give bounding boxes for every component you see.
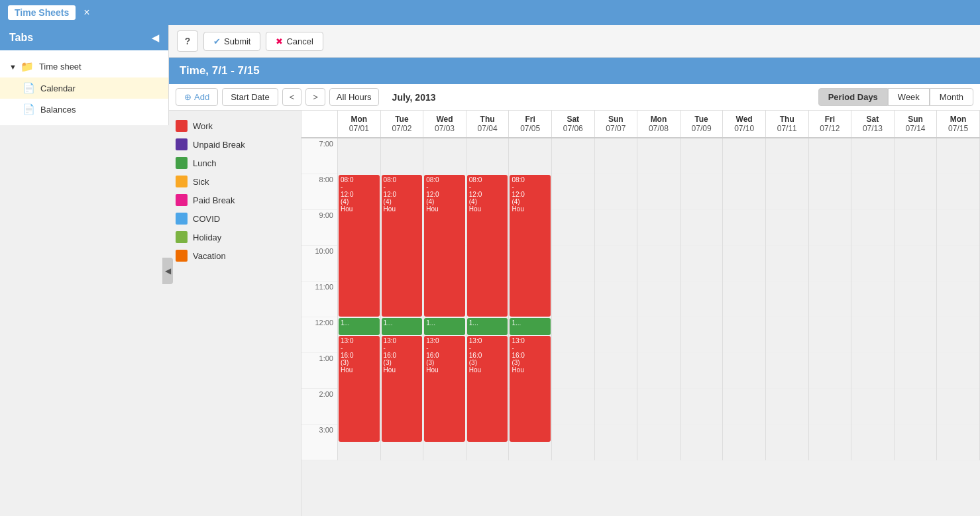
day-cell-9-6[interactable] — [723, 353, 765, 389]
day-cell-11-2[interactable] — [809, 210, 851, 246]
prev-button[interactable]: < — [282, 88, 302, 106]
day-cell-6-2[interactable] — [595, 210, 637, 246]
day-cell-8-2[interactable] — [681, 210, 723, 246]
day-cell-11-7[interactable] — [809, 389, 851, 425]
day-col-9[interactable] — [723, 138, 766, 460]
day-cell-12-4[interactable] — [851, 282, 894, 317]
day-cell-8-1[interactable] — [681, 174, 723, 210]
day-cell-13-1[interactable] — [895, 174, 937, 210]
event-afternoon-4[interactable]: 13:0-16:0(3)Hou — [510, 336, 551, 442]
day-cell-11-8[interactable] — [809, 425, 851, 460]
day-cell-3-0[interactable] — [466, 138, 509, 174]
day-cell-14-1[interactable] — [937, 174, 979, 210]
event-afternoon-2[interactable]: 13:0-16:0(3)Hou — [424, 336, 465, 442]
day-cell-10-3[interactable] — [766, 246, 808, 282]
day-cell-14-2[interactable] — [937, 210, 979, 246]
sidebar-section-timesheet[interactable]: ▼ 📁 Time sheet — [0, 56, 168, 77]
day-cell-10-8[interactable] — [766, 425, 808, 460]
day-cell-11-0[interactable] — [809, 138, 851, 174]
day-cell-6-1[interactable] — [595, 174, 637, 210]
day-col-5[interactable] — [552, 138, 595, 460]
day-cell-7-1[interactable] — [637, 174, 680, 210]
day-cell-6-8[interactable] — [595, 425, 637, 460]
add-button[interactable]: ⊕ Add — [176, 88, 218, 106]
event-afternoon-3[interactable]: 13:0-16:0(3)Hou — [467, 336, 508, 442]
day-cell-9-4[interactable] — [723, 282, 765, 317]
day-col-4[interactable]: 08:0-12:0(4)Hou1...13:0-16:0(3)Hou — [509, 138, 552, 460]
day-cell-7-6[interactable] — [637, 353, 680, 389]
day-col-6[interactable] — [595, 138, 638, 460]
day-cell-13-6[interactable] — [895, 353, 937, 389]
day-cell-6-0[interactable] — [595, 138, 637, 174]
event-afternoon-0[interactable]: 13:0-16:0(3)Hou — [339, 336, 380, 442]
day-cell-8-4[interactable] — [681, 282, 723, 317]
event-lunch-4[interactable]: 1... — [510, 318, 551, 335]
view-week[interactable]: Week — [888, 88, 930, 106]
day-cell-9-2[interactable] — [723, 210, 765, 246]
day-cell-11-6[interactable] — [809, 353, 851, 389]
day-cell-7-3[interactable] — [637, 246, 680, 282]
day-cell-11-1[interactable] — [809, 174, 851, 210]
day-col-12[interactable] — [851, 138, 895, 460]
day-cell-11-4[interactable] — [809, 282, 851, 317]
day-col-1[interactable]: 08:0-12:0(4)Hou1...13:0-16:0(3)Hou — [381, 138, 424, 460]
day-col-8[interactable] — [681, 138, 724, 460]
day-cell-10-4[interactable] — [766, 282, 808, 317]
day-cell-1-0[interactable] — [381, 138, 423, 174]
day-cell-9-1[interactable] — [723, 174, 765, 210]
day-col-7[interactable] — [637, 138, 681, 460]
day-cell-6-5[interactable] — [595, 317, 637, 353]
day-cell-8-7[interactable] — [681, 389, 723, 425]
day-cell-11-5[interactable] — [809, 317, 851, 353]
day-cell-6-4[interactable] — [595, 282, 637, 317]
day-cell-11-3[interactable] — [809, 246, 851, 282]
day-cell-8-8[interactable] — [681, 425, 723, 460]
day-cell-14-3[interactable] — [937, 246, 979, 282]
cancel-button[interactable]: ✖ Cancel — [266, 32, 323, 51]
sidebar-item-calendar[interactable]: 📄 Calendar — [0, 77, 168, 99]
day-cell-12-6[interactable] — [851, 353, 894, 389]
day-cell-5-8[interactable] — [552, 425, 594, 460]
hours-filter[interactable]: All Hours — [329, 88, 379, 106]
day-cell-7-7[interactable] — [637, 389, 680, 425]
start-date-button[interactable]: Start Date — [222, 88, 278, 106]
day-cell-10-1[interactable] — [766, 174, 808, 210]
day-cell-7-0[interactable] — [637, 138, 680, 174]
view-period-days[interactable]: Period Days — [818, 88, 888, 106]
day-cell-13-5[interactable] — [895, 317, 937, 353]
day-cell-12-1[interactable] — [851, 174, 894, 210]
day-cell-12-7[interactable] — [851, 389, 894, 425]
close-icon[interactable]: × — [83, 7, 89, 19]
day-cell-5-0[interactable] — [552, 138, 594, 174]
day-cell-8-0[interactable] — [681, 138, 723, 174]
day-col-10[interactable] — [766, 138, 809, 460]
day-col-3[interactable]: 08:0-12:0(4)Hou1...13:0-16:0(3)Hou — [466, 138, 510, 460]
day-cell-13-0[interactable] — [895, 138, 937, 174]
day-cell-8-3[interactable] — [681, 246, 723, 282]
day-col-0[interactable]: 08:0-12:0(4)Hou1...13:0-16:0(3)Hou — [338, 138, 381, 460]
day-cell-6-6[interactable] — [595, 353, 637, 389]
day-cell-14-8[interactable] — [937, 425, 979, 460]
day-cell-5-3[interactable] — [552, 246, 594, 282]
event-lunch-3[interactable]: 1... — [467, 318, 508, 335]
event-morning-3[interactable]: 08:0-12:0(4)Hou — [467, 175, 508, 317]
event-afternoon-1[interactable]: 13:0-16:0(3)Hou — [382, 336, 423, 442]
day-cell-5-6[interactable] — [552, 353, 594, 389]
day-cell-10-0[interactable] — [766, 138, 808, 174]
cal-grid-wrapper[interactable]: Mon07/01 Tue07/02 Wed07/03 Thu07/04 Fri0… — [301, 111, 980, 516]
day-cell-6-7[interactable] — [595, 389, 637, 425]
sidebar-item-balances[interactable]: 📄 Balances — [0, 99, 168, 120]
day-cell-12-0[interactable] — [851, 138, 894, 174]
day-cell-13-4[interactable] — [895, 282, 937, 317]
day-cell-12-8[interactable] — [851, 425, 894, 460]
day-cell-14-4[interactable] — [937, 282, 979, 317]
day-cell-10-5[interactable] — [766, 317, 808, 353]
day-cell-10-6[interactable] — [766, 353, 808, 389]
help-button[interactable]: ? — [177, 30, 198, 52]
event-lunch-2[interactable]: 1... — [424, 318, 465, 335]
day-cell-12-2[interactable] — [851, 210, 894, 246]
day-cell-5-1[interactable] — [552, 174, 594, 210]
event-morning-2[interactable]: 08:0-12:0(4)Hou — [424, 175, 465, 317]
day-cell-8-5[interactable] — [681, 317, 723, 353]
event-lunch-0[interactable]: 1... — [339, 318, 380, 335]
